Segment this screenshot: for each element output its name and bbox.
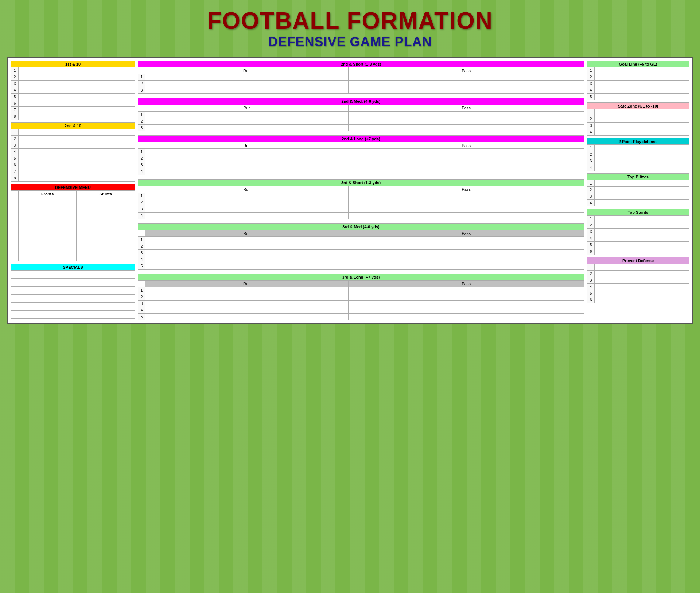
stunts-label: Stunts xyxy=(77,191,135,197)
main-content: 1st & 10 1 2 3 4 5 6 7 8 2nd & 10 1 2 3 … xyxy=(7,57,693,324)
third-long-table: 3rd & Long (+7 yds) Run Pass 1 2 3 4 5 xyxy=(138,274,584,320)
first-10-table: 1st & 10 1 2 3 4 5 6 7 8 xyxy=(11,61,135,120)
third-med-table: 3rd & Med (4-6 yds) Run Pass 1 2 3 4 5 xyxy=(138,223,584,272)
top-blitzes-table: Top Blitzes 1 2 3 4 xyxy=(587,173,689,206)
second-10-header: 2nd & 10 xyxy=(11,123,135,129)
def-menu-header: DEFENSIVE MENU xyxy=(11,184,135,191)
second-short-table: 2nd & Short (1-3 yds) Run Pass 1 2 3 xyxy=(138,61,584,96)
second-10-table: 2nd & 10 1 2 3 4 5 6 7 8 xyxy=(11,122,135,182)
top-stunts-table: Top Stunts 1 2 3 4 5 6 xyxy=(587,209,689,255)
left-column: 1st & 10 1 2 3 4 5 6 7 8 2nd & 10 1 2 3 … xyxy=(11,61,135,320)
safe-zone-table: Safe Zone (GL to -10) 2 3 4 xyxy=(587,102,689,136)
two-point-table: 2 Point Play defense 1 2 3 4 xyxy=(587,138,689,171)
right-column: Goal Line (+5 to GL) 1 2 3 4 5 Safe Zone… xyxy=(587,61,689,320)
main-title: FOOTBALL FORMATION xyxy=(7,7,693,34)
first-10-header: 1st & 10 xyxy=(11,61,135,67)
specials-table: SPECIALS xyxy=(11,264,135,319)
fronts-label: Fronts xyxy=(19,191,77,197)
sub-title: DEFENSIVE GAME PLAN xyxy=(7,34,693,50)
defensive-menu-table: DEFENSIVE MENU Fronts Stunts xyxy=(11,184,135,261)
second-long-table: 2nd & Long (+7 yds) Run Pass 1 2 3 4 xyxy=(138,135,584,177)
specials-header: SPECIALS xyxy=(11,264,135,271)
middle-column: 2nd & Short (1-3 yds) Run Pass 1 2 3 2nd… xyxy=(138,61,584,320)
page-title: FOOTBALL FORMATION DEFENSIVE GAME PLAN xyxy=(7,7,693,50)
goal-line-table: Goal Line (+5 to GL) 1 2 3 4 5 xyxy=(587,61,689,100)
second-med-table: 2nd & Med. (4-6 yds) Run Pass 1 2 3 xyxy=(138,98,584,133)
prevent-defense-table: Prevent Defense 1 2 3 4 5 6 xyxy=(587,257,689,303)
third-short-table: 3rd & Short (1-3 yds) Run Pass 1 2 3 4 xyxy=(138,179,584,221)
